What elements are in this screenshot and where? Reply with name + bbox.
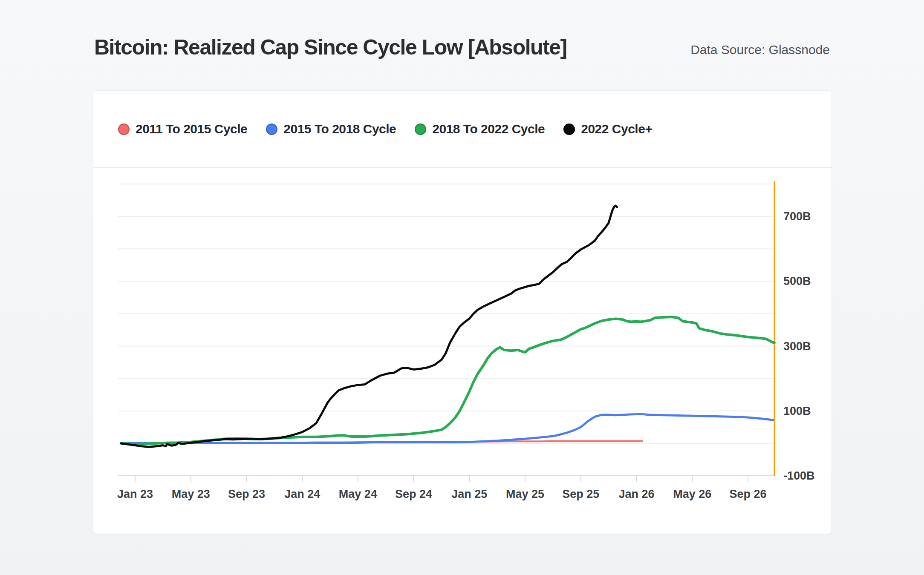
legend-label: 2011 To 2015 Cycle — [136, 122, 247, 136]
y-tick-label: 500B — [783, 275, 811, 288]
x-tick-label: May 24 — [339, 488, 377, 500]
legend-item-2018-2022-cycle[interactable]: 2018 To 2022 Cycle — [415, 122, 545, 136]
x-tick-label: Sep 26 — [729, 488, 766, 500]
chart-area[interactable]: Jan 23May 23Sep 23Jan 24May 24Sep 24Jan … — [93, 168, 832, 534]
page: { "header": { "title": "Bitcoin: Realize… — [0, 0, 924, 575]
x-tick-label: Sep 23 — [228, 488, 265, 500]
x-tick-label: May 26 — [673, 488, 711, 500]
legend-label: 2022 Cycle+ — [581, 122, 652, 136]
legend-marker-blue-icon — [266, 124, 277, 135]
legend-marker-red-icon — [118, 124, 130, 135]
y-tick-label: -100B — [783, 469, 815, 482]
series-line-2018-to-2022-cycle[interactable] — [121, 317, 774, 444]
legend-item-2011-2015-cycle[interactable]: 2011 To 2015 Cycle — [118, 122, 247, 136]
page-title: Bitcoin: Realized Cap Since Cycle Low [A… — [94, 35, 567, 60]
x-tick-label: Sep 25 — [562, 488, 599, 500]
legend-marker-black-icon — [563, 124, 575, 135]
y-tick-label: 100B — [783, 405, 811, 417]
x-tick-label: Sep 24 — [395, 488, 432, 500]
x-tick-label: May 25 — [506, 488, 544, 500]
y-tick-label: 300B — [783, 340, 811, 353]
y-tick-label: 700B — [783, 210, 811, 223]
x-tick-label: Jan 25 — [451, 488, 487, 500]
legend-label: 2015 To 2018 Cycle — [283, 122, 396, 136]
x-tick-label: Jan 24 — [284, 488, 320, 500]
chart-plot-area[interactable]: Jan 23May 23Sep 23Jan 24May 24Sep 24Jan … — [93, 168, 832, 534]
legend-item-2022-cycle-plus[interactable]: 2022 Cycle+ — [563, 122, 652, 136]
x-tick-label: May 23 — [172, 488, 210, 500]
chart-legend: 2011 To 2015 Cycle 2015 To 2018 Cycle 20… — [118, 91, 652, 167]
data-source-label: Data Source: Glassnode — [690, 43, 830, 57]
chart-card: 2011 To 2015 Cycle 2015 To 2018 Cycle 20… — [93, 91, 832, 534]
x-tick-label: Jan 23 — [117, 488, 153, 500]
legend-label: 2018 To 2022 Cycle — [432, 122, 545, 136]
x-tick-label: Jan 26 — [618, 488, 654, 500]
legend-item-2015-2018-cycle[interactable]: 2015 To 2018 Cycle — [266, 122, 396, 136]
legend-marker-green-icon — [415, 124, 426, 135]
